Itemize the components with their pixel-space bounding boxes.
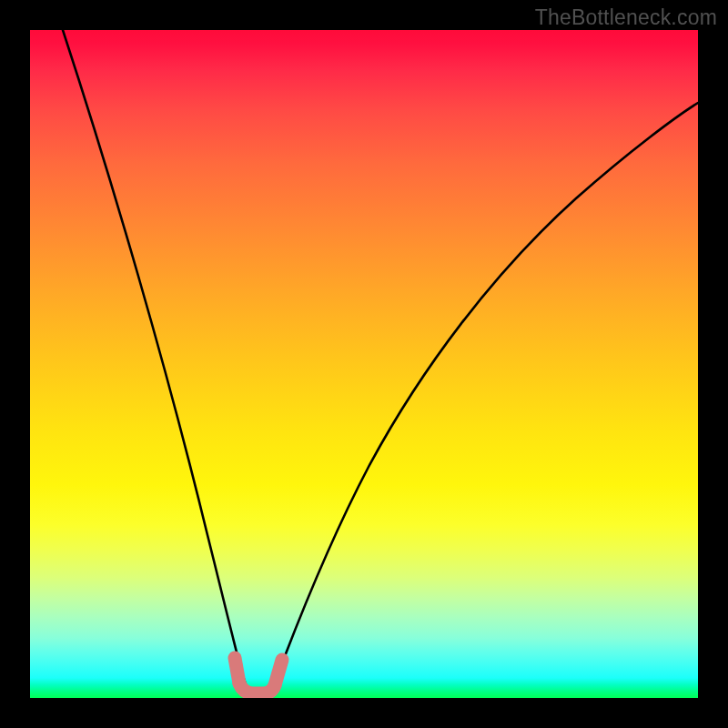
chart-frame: TheBottleneck.com [0, 0, 728, 728]
watermark-text: TheBottleneck.com [535, 5, 717, 30]
chart-gradient-background [30, 30, 698, 698]
